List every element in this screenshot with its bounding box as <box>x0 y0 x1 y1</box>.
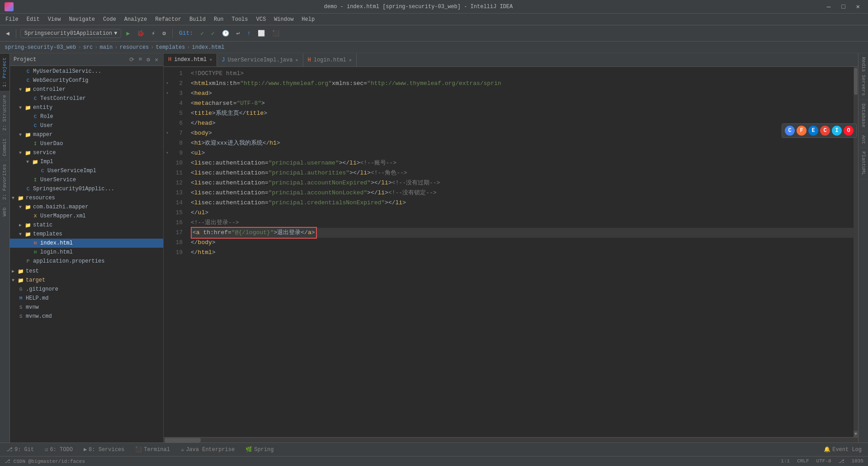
coverage-button[interactable]: ⚡ <box>149 28 157 38</box>
fold-gutter-7[interactable]: ▾ <box>164 128 171 138</box>
line-ending[interactable]: CRLF <box>797 458 809 464</box>
chrome2-icon[interactable]: C <box>820 126 830 136</box>
breadcrumb-main[interactable]: main <box>99 44 113 51</box>
menu-analyze[interactable]: Analyze <box>121 15 151 24</box>
bottom-tab-services[interactable]: ▶ 8: Services <box>81 445 127 454</box>
menu-code[interactable]: Code <box>99 15 120 24</box>
ie-icon[interactable]: I <box>832 126 842 136</box>
right-tab-plantuml[interactable]: PlantUML <box>859 148 868 179</box>
menu-tools[interactable]: Tools <box>228 15 252 24</box>
bottom-tab-spring[interactable]: 🌿 Spring <box>243 445 276 454</box>
breadcrumb-src[interactable]: src <box>83 44 93 51</box>
tree-item-role[interactable]: C Role <box>10 112 163 121</box>
tree-item-userservice[interactable]: I UserService <box>10 175 163 184</box>
sidebar-tab-commit[interactable]: Commit <box>0 134 9 160</box>
tree-item-indexhtml[interactable]: H index.html <box>10 239 163 248</box>
code-content[interactable]: <!DOCTYPE html> <html xmlns:th="http://w… <box>186 67 854 437</box>
tree-item-test[interactable]: ▶ 📁 test <box>10 267 163 276</box>
breadcrumb-file[interactable]: index.html <box>192 44 225 51</box>
minimize-button[interactable]: — <box>823 2 834 11</box>
fold-gutter-3[interactable]: ▾ <box>164 89 171 99</box>
tree-item-gitignore[interactable]: G .gitignore <box>10 285 163 294</box>
fold-gutter-2[interactable]: ▾ <box>164 79 171 89</box>
breadcrumb-resources[interactable]: resources <box>119 44 149 51</box>
tree-item-usermapper[interactable]: X UserMapper.xml <box>10 212 163 221</box>
bottom-tab-git[interactable]: ⎇ 9: Git <box>4 445 37 454</box>
tree-item-combaizhimapper[interactable]: ▼ 📁 com.baizhi.mapper <box>10 202 163 212</box>
menu-edit[interactable]: Edit <box>23 15 43 24</box>
bottom-tab-terminal[interactable]: ⬛ Terminal <box>132 445 173 454</box>
git-branch-status[interactable]: ⎇ CSDN @bigmaster/id:faces <box>5 458 85 464</box>
tree-item-target[interactable]: ▼ 📁 target <box>10 276 163 285</box>
tree-item-impl-folder[interactable]: ▼ 📁 Impl <box>10 157 163 166</box>
bottom-tab-todo[interactable]: ☑ 6: TODO <box>42 445 75 454</box>
tab-close-loginhtml[interactable]: ✕ <box>349 57 352 63</box>
vcs-history-button[interactable]: 🕐 <box>220 28 231 38</box>
tree-item-mapper[interactable]: ▼ 📁 mapper <box>10 130 163 139</box>
sidebar-tab-favorites[interactable]: 2: Favorites <box>0 160 9 203</box>
tree-item-mvnw[interactable]: S mvnw <box>10 303 163 312</box>
right-tab-redis[interactable]: Redis Servers <box>859 53 868 100</box>
sidebar-tab-structure[interactable]: 2: Structure <box>0 91 9 134</box>
tree-item-mvnwcmd[interactable]: S mvnw.cmd <box>10 312 163 321</box>
tree-item-resources[interactable]: ▼ 📁 resources <box>10 193 163 202</box>
opera-icon[interactable]: O <box>844 126 854 136</box>
tree-item-springsecurity[interactable]: C Springsecurity01Applic... <box>10 184 163 193</box>
horizontal-scrollbar[interactable] <box>164 437 858 442</box>
breadcrumb-templates[interactable]: templates <box>156 44 185 51</box>
vcs-check2-button[interactable]: ✓ <box>209 28 217 38</box>
tree-item-helpmd[interactable]: M HELP.md <box>10 294 163 303</box>
panel-settings-icon[interactable]: ⚙ <box>145 56 151 64</box>
tree-item-websecurityconfig[interactable]: C WebSecurityConfig <box>10 76 163 85</box>
back-button[interactable]: ◀ <box>4 28 12 38</box>
menu-vcs[interactable]: VCS <box>253 15 270 24</box>
scrollbar-down-arrow[interactable]: ▼ <box>854 431 858 437</box>
edge-icon[interactable]: E <box>808 126 818 136</box>
menu-help[interactable]: Help <box>298 15 318 24</box>
vcs-revert-button[interactable]: ↩ <box>234 28 242 38</box>
panel-collapse-icon[interactable]: ≡ <box>137 56 144 64</box>
tree-item-service[interactable]: ▼ 📁 service <box>10 148 163 157</box>
vertical-scrollbar[interactable]: ▼ <box>854 67 858 437</box>
vcs-more-button[interactable]: ⬜ <box>255 28 267 38</box>
close-button[interactable]: ✕ <box>853 2 863 11</box>
vcs-extra-button[interactable]: ⬛ <box>270 28 282 38</box>
bottom-tab-event-log[interactable]: 🔔 Event Log <box>821 445 864 454</box>
right-tab-database[interactable]: Database <box>859 100 868 132</box>
vcs-check-button[interactable]: ✓ <box>198 28 206 38</box>
sidebar-tab-project[interactable]: 1: Project <box>0 53 9 91</box>
tree-item-controller[interactable]: ▼ 📁 controller <box>10 85 163 94</box>
debug-button[interactable]: 🐞 <box>135 28 146 38</box>
tree-item-testcontroller[interactable]: C TestController <box>10 94 163 103</box>
fold-gutter-9[interactable]: ▾ <box>164 148 171 158</box>
panel-sync-icon[interactable]: ⟳ <box>128 56 136 64</box>
tree-item-userserviceimpl[interactable]: C UserServiceImpl <box>10 166 163 175</box>
breadcrumb-project[interactable]: spring-security-03_web <box>5 44 76 51</box>
menu-refactor[interactable]: Refactor <box>151 15 185 24</box>
right-tab-ant[interactable]: Ant <box>859 132 868 148</box>
run-config-selector[interactable]: Springsecurity01Application ▼ <box>20 29 122 38</box>
sidebar-tab-web[interactable]: Web <box>0 203 9 220</box>
cursor-position[interactable]: 1:1 <box>781 458 790 464</box>
tab-loginhtml[interactable]: H login.html ✕ <box>303 54 357 66</box>
scrollbar-thumb[interactable] <box>854 68 858 95</box>
tree-item-static[interactable]: ▶ 📁 static <box>10 221 163 230</box>
menu-file[interactable]: File <box>2 15 22 24</box>
menu-window[interactable]: Window <box>270 15 297 24</box>
menu-view[interactable]: View <box>44 15 65 24</box>
tab-close-userserviceimpl[interactable]: ✕ <box>295 57 298 63</box>
tree-item-applicationprops[interactable]: P application.properties <box>10 257 163 266</box>
firefox-icon[interactable]: F <box>797 126 807 136</box>
menu-build[interactable]: Build <box>186 15 209 24</box>
tree-item-userdao[interactable]: I UserDao <box>10 139 163 148</box>
bottom-tab-java-enterprise[interactable]: ☕ Java Enterprise <box>178 445 237 454</box>
panel-close-icon[interactable]: ✕ <box>153 56 160 64</box>
run-button[interactable]: ▶ <box>124 28 132 38</box>
menu-navigate[interactable]: Navigate <box>65 15 99 24</box>
tab-indexhtml[interactable]: H index.html ✕ <box>164 54 217 66</box>
file-encoding[interactable]: UTF-8 <box>816 458 831 464</box>
maximize-button[interactable]: □ <box>838 2 849 11</box>
tree-item-entity[interactable]: ▼ 📁 entity <box>10 103 163 112</box>
menu-run[interactable]: Run <box>210 15 227 24</box>
tree-item-templates[interactable]: ▼ 📁 templates <box>10 230 163 239</box>
